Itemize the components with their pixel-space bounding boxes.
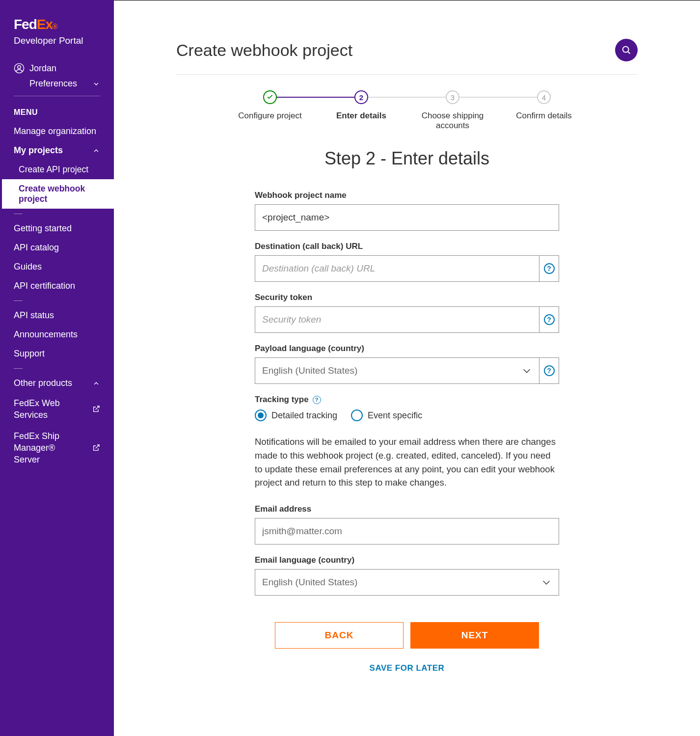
menu-header: MENU bbox=[0, 96, 114, 122]
external-link-icon bbox=[92, 444, 100, 452]
step-confirm-details: 4 Confirm details bbox=[498, 90, 590, 121]
label: API status bbox=[14, 310, 54, 321]
step-heading: Step 2 - Enter details bbox=[255, 148, 559, 169]
separator bbox=[14, 300, 23, 301]
label: My projects bbox=[14, 145, 63, 156]
step-label: Confirm details bbox=[516, 111, 571, 121]
user-row: Jordan bbox=[14, 63, 100, 74]
notification-note: Notifications will be emailed to your em… bbox=[255, 435, 559, 490]
step-connector bbox=[361, 97, 453, 98]
tracking-event-specific-radio[interactable]: Event specific bbox=[351, 409, 422, 421]
sidebar-item-other-products[interactable]: Other products bbox=[0, 374, 114, 393]
step-label: Choose shipping accounts bbox=[407, 111, 498, 131]
step-number: 2 bbox=[359, 93, 363, 102]
sidebar-item-create-webhook-project[interactable]: Create webhook project bbox=[0, 179, 114, 209]
step-number: 4 bbox=[542, 93, 546, 102]
label: NEXT bbox=[461, 630, 488, 641]
sidebar-item-fedex-ship-manager[interactable]: FedEx Ship Manager® Server bbox=[0, 426, 114, 470]
external-link-icon bbox=[92, 405, 100, 413]
sidebar-item-api-catalog[interactable]: API catalog bbox=[0, 238, 114, 257]
step-circle: 4 bbox=[537, 90, 551, 104]
sidebar-item-api-certification[interactable]: API certification bbox=[0, 276, 114, 296]
search-icon bbox=[621, 45, 632, 55]
sidebar-item-fedex-web-services[interactable]: FedEx Web Services bbox=[0, 393, 114, 426]
sidebar-item-create-api-project[interactable]: Create API project bbox=[0, 160, 114, 179]
payload-language-select[interactable]: English (United States) bbox=[255, 357, 539, 384]
tracking-detailed-radio[interactable]: Detailed tracking bbox=[255, 409, 337, 421]
label: Create webhook project bbox=[19, 184, 100, 204]
security-token-label: Security token bbox=[255, 293, 559, 302]
payload-language-help[interactable]: ? bbox=[539, 357, 559, 384]
chevron-down-icon bbox=[541, 577, 552, 588]
fedex-logo: FedEx® bbox=[14, 18, 100, 31]
label: FedEx Web Services bbox=[14, 397, 78, 421]
sidebar-item-manage-organization[interactable]: Manage organization bbox=[0, 122, 114, 141]
separator bbox=[14, 214, 23, 214]
destination-url-help[interactable]: ? bbox=[539, 255, 559, 282]
label: Manage organization bbox=[14, 126, 96, 136]
save-for-later-link[interactable]: SAVE FOR LATER bbox=[255, 663, 559, 673]
sidebar-item-announcements[interactable]: Announcements bbox=[0, 325, 114, 344]
label: Getting started bbox=[14, 223, 72, 234]
label: SAVE FOR LATER bbox=[370, 663, 445, 673]
label: API catalog bbox=[14, 243, 59, 253]
email-address-label: Email address bbox=[255, 504, 559, 514]
email-language-label: Email language (country) bbox=[255, 555, 559, 565]
svg-point-2 bbox=[623, 47, 629, 53]
radio-icon bbox=[351, 409, 363, 421]
label: Other products bbox=[14, 378, 72, 388]
chevron-down-icon bbox=[92, 80, 100, 88]
email-language-select[interactable]: English (United States) bbox=[255, 569, 559, 596]
label: FedEx Ship Manager® Server bbox=[14, 430, 78, 466]
label: API certification bbox=[14, 281, 75, 291]
logo-fed: Fed bbox=[14, 17, 37, 32]
payload-language-value: English (United States) bbox=[262, 365, 357, 376]
step-label: Configure project bbox=[238, 111, 301, 121]
step-connector bbox=[270, 97, 361, 98]
sidebar-item-api-status[interactable]: API status bbox=[0, 306, 114, 325]
security-token-input[interactable] bbox=[255, 306, 539, 333]
progress-stepper: Configure project 2 Enter details 3 Choo… bbox=[176, 75, 638, 140]
label: Announcements bbox=[14, 329, 78, 340]
tracking-type-help[interactable]: ? bbox=[313, 396, 321, 404]
user-icon bbox=[14, 63, 25, 74]
sidebar-item-my-projects[interactable]: My projects bbox=[0, 141, 114, 160]
separator bbox=[14, 368, 23, 369]
sidebar: FedEx® Developer Portal Jordan Preferenc… bbox=[0, 0, 114, 736]
project-name-label: Webhook project name bbox=[255, 191, 559, 200]
logo-subtitle: Developer Portal bbox=[14, 35, 100, 46]
email-address-input[interactable] bbox=[255, 518, 559, 545]
search-button[interactable] bbox=[615, 39, 638, 61]
svg-line-3 bbox=[628, 52, 630, 54]
sidebar-item-getting-started[interactable]: Getting started bbox=[0, 219, 114, 238]
project-name-input[interactable] bbox=[255, 204, 559, 231]
step-number: 3 bbox=[451, 93, 455, 102]
page-title: Create webhook project bbox=[176, 41, 352, 60]
step-circle bbox=[263, 90, 277, 104]
label: Support bbox=[14, 349, 45, 359]
help-icon: ? bbox=[544, 365, 555, 376]
security-token-help[interactable]: ? bbox=[539, 306, 559, 333]
label: Create API project bbox=[19, 164, 88, 175]
email-language-value: English (United States) bbox=[262, 577, 357, 588]
step-enter-details: 2 Enter details bbox=[316, 90, 407, 121]
radio-label: Event specific bbox=[368, 410, 422, 421]
tracking-type-label: Tracking type bbox=[255, 395, 309, 405]
back-button[interactable]: BACK bbox=[275, 622, 404, 649]
radio-icon bbox=[255, 409, 267, 421]
help-icon: ? bbox=[544, 263, 555, 274]
help-icon: ? bbox=[544, 314, 555, 325]
logo-dot: ® bbox=[53, 23, 57, 30]
label: BACK bbox=[325, 630, 354, 641]
destination-url-input[interactable] bbox=[255, 255, 539, 282]
step-circle: 2 bbox=[354, 90, 368, 104]
step-label: Enter details bbox=[336, 111, 386, 121]
sidebar-item-guides[interactable]: Guides bbox=[0, 257, 114, 276]
chevron-down-icon bbox=[521, 365, 532, 376]
next-button[interactable]: NEXT bbox=[410, 622, 539, 649]
preferences-toggle[interactable]: Preferences bbox=[14, 74, 100, 96]
logo-block: FedEx® Developer Portal bbox=[0, 18, 114, 50]
chevron-up-icon bbox=[92, 147, 100, 155]
main-content: Create webhook project Configure project bbox=[114, 0, 700, 736]
sidebar-item-support[interactable]: Support bbox=[0, 344, 114, 363]
